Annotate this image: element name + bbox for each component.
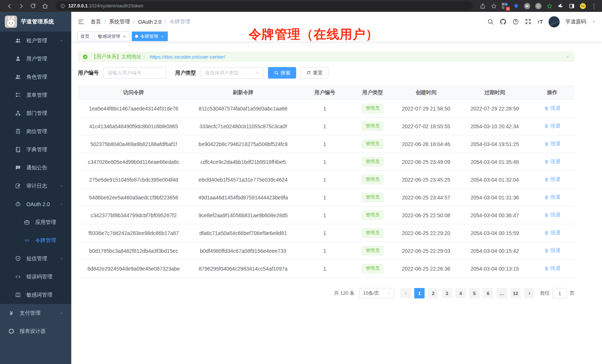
column-header: 用户编号 <box>297 86 353 100</box>
browser-address-bar[interactable]: 127.0.0.1:1024/system/oauth2/token <box>56 1 473 10</box>
sidebar-item-审计日志[interactable]: 审计日志 <box>0 177 71 195</box>
tab-令牌管理[interactable]: 令牌管理 <box>132 32 168 41</box>
close-tab-icon[interactable] <box>160 34 164 39</box>
sidebar-item-通知公告[interactable]: 通知公告 <box>0 159 71 177</box>
sidebar-item-错误码管理[interactable]: 错误码管理 <box>0 268 71 286</box>
breadcrumb-item[interactable]: OAuth 2.0 <box>138 19 161 25</box>
page-button-4[interactable]: 4 <box>455 288 466 298</box>
sidebar-item-报表设计器[interactable]: 报表设计器 <box>0 322 71 340</box>
chevron-down-icon <box>59 39 64 43</box>
tab-敏感词管理[interactable]: 敏感词管理 <box>95 32 130 41</box>
page-ellipsis[interactable]: … <box>497 288 507 298</box>
page-button-3[interactable]: 3 <box>442 288 452 298</box>
goto-page-input[interactable] <box>552 288 567 298</box>
sidebar-item-令牌管理[interactable]: 令牌管理 <box>0 231 71 249</box>
help-question-icon[interactable] <box>512 18 519 25</box>
sidebar-item-OAuth 2.0[interactable]: OAuth 2.0 <box>0 195 71 213</box>
sidebar-collapse-icon[interactable] <box>77 18 85 26</box>
page-button-5[interactable]: 5 <box>469 288 480 298</box>
app-logo[interactable]: 芋道管理系统 <box>0 12 71 32</box>
refresh-token-cell: 811c530487574fa0af1a59d3abc1aa66 <box>189 100 297 118</box>
browser-menu-icon[interactable] <box>590 2 598 10</box>
prev-page-button[interactable] <box>400 288 411 298</box>
force-logout-button[interactable]: 强退 <box>544 247 560 254</box>
browser-home-button[interactable] <box>40 1 50 11</box>
github-icon[interactable] <box>500 18 507 25</box>
force-logout-button[interactable]: 强退 <box>544 105 560 112</box>
force-logout-button[interactable]: 强退 <box>544 176 560 183</box>
side-panel-icon[interactable] <box>568 2 575 10</box>
profile-emoji-icon[interactable] <box>579 2 586 10</box>
command-extension-icon[interactable]: ⌘ <box>523 2 531 10</box>
puzzle-extension-icon[interactable] <box>557 2 564 10</box>
sidebar-item-用户管理[interactable]: 用户管理 <box>0 50 71 68</box>
sidebar-item-菜单管理[interactable]: 菜单管理 <box>0 86 71 104</box>
table-row: f9336e7c7dd242a283ee98dc86b17a87dfa6c71a… <box>78 224 575 242</box>
operation-cell: 强退 <box>530 118 575 135</box>
next-page-button[interactable] <box>524 288 534 298</box>
share-icon[interactable] <box>479 2 486 10</box>
trash-icon <box>544 124 549 129</box>
sidebar-item-角色管理[interactable]: 角色管理 <box>0 68 71 86</box>
force-logout-button[interactable]: 强退 <box>544 194 560 201</box>
breadcrumb-item[interactable]: 首页 <box>91 19 101 25</box>
site-info-icon[interactable] <box>60 3 65 9</box>
page-button-6[interactable]: 6 <box>483 288 493 298</box>
force-logout-button[interactable]: 强退 <box>544 123 560 129</box>
user-menu-caret-icon[interactable] <box>592 20 596 24</box>
sidebar-item-label: OAuth 2.0 <box>26 201 50 207</box>
record-extension-icon[interactable] <box>534 2 542 10</box>
force-logout-button[interactable]: 强退 <box>544 158 560 165</box>
force-logout-button[interactable]: 强退 <box>544 140 560 147</box>
sidebar-item-支付管理[interactable]: ¥支付管理 <box>0 304 71 322</box>
force-logout-button[interactable]: 强退 <box>544 265 560 272</box>
reset-button[interactable]: 重置 <box>300 67 328 79</box>
alert-close-icon[interactable] <box>565 54 570 59</box>
user-id-input[interactable] <box>103 67 166 79</box>
extensions-icon[interactable]: 9 <box>501 2 508 10</box>
access-token-cell: f9336e7c7dd242a283ee98dc86b17a87 <box>78 224 189 242</box>
sidebar-item-短信管理[interactable]: 短信管理 <box>0 249 71 268</box>
sidebar-item-字典管理[interactable]: 字典管理 <box>0 140 71 159</box>
filter-form: 用户编号 用户类型 请选择用户类型 搜索 重置 <box>78 67 575 79</box>
user-icon <box>15 56 21 62</box>
tab-首页[interactable]: 首页 <box>77 32 93 41</box>
page-size-select[interactable]: 10条/页 <box>359 288 394 298</box>
page-button-2[interactable]: 2 <box>428 288 438 298</box>
user-avatar[interactable] <box>549 16 560 27</box>
robot-icon <box>15 201 21 207</box>
font-size-icon[interactable]: TT <box>537 19 543 25</box>
create-time-cell: 2022-06-25 22:26:36 <box>393 260 459 278</box>
report-icon <box>8 328 14 334</box>
create-time-cell: 2022-06-25 22:29:03 <box>393 242 459 260</box>
sidebar-item-部门管理[interactable]: 部门管理 <box>0 104 71 122</box>
breadcrumb-item[interactable]: 系统管理 <box>109 19 130 25</box>
force-logout-button[interactable]: 强退 <box>544 229 560 236</box>
sidebar-item-label: 岗位管理 <box>26 128 47 135</box>
sidebar-item-敏感词管理[interactable]: 敏感词管理 <box>0 286 71 304</box>
sidebar-item-租户管理[interactable]: 租户管理 <box>0 32 71 50</box>
browser-forward-button[interactable] <box>16 1 26 11</box>
search-button[interactable]: 搜索 <box>268 67 296 79</box>
gem-extension-icon[interactable] <box>512 2 520 10</box>
alert-doc-link[interactable]: https://doc.iocoder.cn/user-center/ <box>150 54 225 60</box>
user-type-select[interactable]: 请选择用户类型 <box>200 67 264 79</box>
refresh-token-cell: cdfc4ce9c2da4bb1bdf21b9918ff4be5 <box>189 153 297 171</box>
sidebar-item-应用管理[interactable]: 应用管理 <box>0 213 71 231</box>
close-tab-icon[interactable] <box>122 34 127 39</box>
green-star-extension-icon[interactable] <box>546 2 553 10</box>
browser-reload-button[interactable] <box>28 1 38 11</box>
force-logout-button[interactable]: 强退 <box>544 212 560 218</box>
browser-back-button[interactable] <box>4 1 14 11</box>
page-button-1[interactable]: 1 <box>414 288 425 298</box>
bookmark-star-icon[interactable] <box>490 2 497 10</box>
sidebar-item-岗位管理[interactable]: 岗位管理 <box>0 122 71 140</box>
refresh-icon <box>306 70 311 75</box>
search-icon[interactable] <box>487 18 494 25</box>
fullscreen-icon[interactable] <box>525 18 532 25</box>
username[interactable]: 芋道源码 <box>565 19 586 25</box>
page-button-12[interactable]: 12 <box>510 288 521 298</box>
tree-icon <box>15 92 21 98</box>
sidebar-item-label: 通知公告 <box>26 165 47 171</box>
expire-time-cell: 2054-03-04 00:36:47 <box>459 206 530 224</box>
